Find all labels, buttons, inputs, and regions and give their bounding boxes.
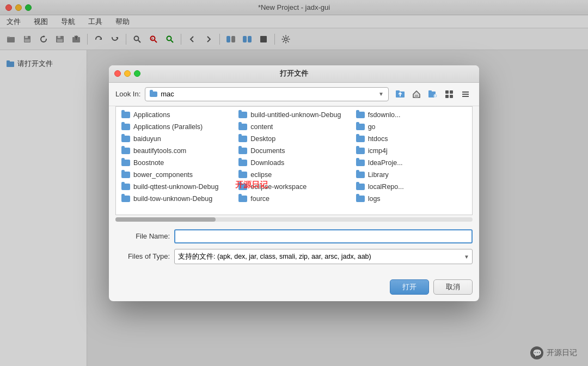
file-name: build-tow-unknown-Debug	[133, 195, 212, 203]
file-list-inner: Applications Applications (Parallels) ba…	[116, 107, 472, 207]
folder-icon	[238, 196, 247, 202]
view-list-icon[interactable]	[458, 87, 473, 101]
file-item[interactable]: fource	[235, 193, 352, 205]
dialog-title-bar: 打开文件	[109, 65, 479, 83]
lookin-label: Look In:	[115, 90, 140, 98]
file-item[interactable]: logs	[353, 193, 470, 205]
file-name: go	[368, 123, 376, 131]
folder-icon	[238, 172, 247, 178]
file-item[interactable]: Desktop	[235, 133, 352, 145]
dialog-min-button[interactable]	[124, 70, 131, 77]
lookin-combo[interactable]: mac ▼	[145, 87, 389, 101]
file-name: fsdownlo...	[368, 111, 401, 119]
file-name: Desktop	[250, 135, 275, 143]
dialog-nav-icons	[393, 87, 473, 101]
filetype-select[interactable]: 支持的文件: (apk, dex, jar, class, smali, zip…	[174, 249, 473, 264]
folder-icon	[121, 148, 130, 154]
file-name: beautifytools.com	[133, 147, 186, 155]
open-button[interactable]: 打开	[390, 279, 429, 295]
file-name: Documents	[250, 147, 285, 155]
folder-icon	[121, 160, 130, 166]
file-item[interactable]: Boostnote	[118, 157, 235, 169]
file-item[interactable]: Downloads	[235, 157, 352, 169]
file-item[interactable]: localRepo...	[353, 181, 470, 193]
folder-icon	[238, 124, 247, 130]
folder-icon	[356, 184, 365, 190]
file-item[interactable]: content	[235, 121, 352, 133]
dialog-close-button[interactable]	[114, 70, 121, 77]
file-item[interactable]: icmp4j	[353, 145, 470, 157]
filename-row: File Name:	[115, 229, 473, 243]
file-list[interactable]: Applications Applications (Parallels) ba…	[115, 106, 473, 215]
filetype-row: Files of Type: 支持的文件: (apk, dex, jar, cl…	[115, 249, 473, 264]
filetype-select-wrapper: 支持的文件: (apk, dex, jar, class, smali, zip…	[174, 249, 473, 264]
lookin-value: mac	[161, 90, 378, 98]
file-item[interactable]: Applications	[118, 109, 235, 121]
svg-rect-35	[450, 90, 453, 94]
file-name: bower_components	[133, 171, 193, 179]
file-name: build-qttest-unknown-Debug	[133, 183, 218, 191]
folder-icon	[121, 196, 130, 202]
file-name: Library	[368, 171, 389, 179]
folder-icon	[238, 112, 247, 118]
svg-rect-34	[445, 90, 449, 94]
folder-icon	[356, 112, 365, 118]
file-item[interactable]: bower_components	[118, 169, 235, 181]
file-item[interactable]: build-untitled-unknown-Debug	[235, 109, 352, 121]
folder-icon	[356, 160, 365, 166]
folder-icon	[121, 136, 130, 142]
file-name: content	[250, 123, 273, 131]
svg-rect-28	[415, 95, 418, 97]
dialog-toolbar: Look In: mac ▼	[109, 83, 479, 106]
folder-icon	[238, 136, 247, 142]
folder-icon	[121, 172, 130, 178]
dialog-buttons: 打开 取消	[109, 275, 479, 301]
file-name: Boostnote	[133, 159, 164, 167]
file-item[interactable]: fsdownlo...	[353, 109, 470, 121]
scrollbar-thumb[interactable]	[115, 217, 216, 222]
nav-new-folder-icon[interactable]	[426, 87, 440, 101]
nav-up-icon[interactable]	[393, 87, 407, 101]
folder-icon	[356, 148, 365, 154]
cancel-button[interactable]: 取消	[433, 279, 473, 295]
chevron-down-icon: ▼	[378, 91, 384, 97]
folder-icon	[356, 196, 365, 202]
file-item[interactable]: IdeaProje...	[353, 157, 470, 169]
file-name: Downloads	[250, 159, 284, 167]
folder-icon	[150, 91, 157, 97]
dialog-window-controls	[114, 70, 140, 77]
dialog-max-button[interactable]	[134, 70, 140, 77]
folder-icon	[238, 148, 247, 154]
file-item[interactable]: Library	[353, 169, 470, 181]
file-item[interactable]: Documents	[235, 145, 352, 157]
file-name: build-untitled-unknown-Debug	[250, 111, 341, 119]
file-name: icmp4j	[368, 147, 388, 155]
file-item[interactable]: Applications (Parallels)	[118, 121, 235, 133]
folder-icon	[238, 160, 247, 166]
svg-rect-36	[445, 95, 449, 98]
file-item[interactable]: build-tow-unknown-Debug	[118, 193, 235, 205]
file-name: eclipse-workspace	[250, 183, 307, 191]
file-item[interactable]: htdocs	[353, 133, 470, 145]
file-item[interactable]: go	[353, 121, 470, 133]
file-name: fource	[250, 195, 270, 203]
open-file-dialog: 打开文件 Look In: mac ▼	[109, 65, 479, 301]
file-item[interactable]: beautifytools.com	[118, 145, 235, 157]
file-name: baiduyun	[133, 135, 161, 143]
file-item[interactable]: eclipse-workspace 开源日记	[235, 181, 352, 193]
dialog-overlay: 打开文件 Look In: mac ▼	[0, 0, 588, 366]
file-name: IdeaProje...	[368, 159, 403, 167]
view-grid-icon[interactable]	[442, 87, 456, 101]
svg-rect-30	[428, 90, 432, 92]
file-item[interactable]: build-qttest-unknown-Debug	[118, 181, 235, 193]
horizontal-scrollbar[interactable]	[115, 217, 473, 222]
nav-home-icon[interactable]	[409, 87, 424, 101]
file-name: htdocs	[368, 135, 388, 143]
file-name: eclipse	[250, 171, 272, 179]
folder-icon	[356, 172, 365, 178]
file-item[interactable]: baiduyun	[118, 133, 235, 145]
svg-rect-37	[450, 95, 453, 98]
file-item[interactable]: eclipse	[235, 169, 352, 181]
filename-input[interactable]	[174, 229, 473, 243]
file-name: Applications	[133, 111, 170, 119]
